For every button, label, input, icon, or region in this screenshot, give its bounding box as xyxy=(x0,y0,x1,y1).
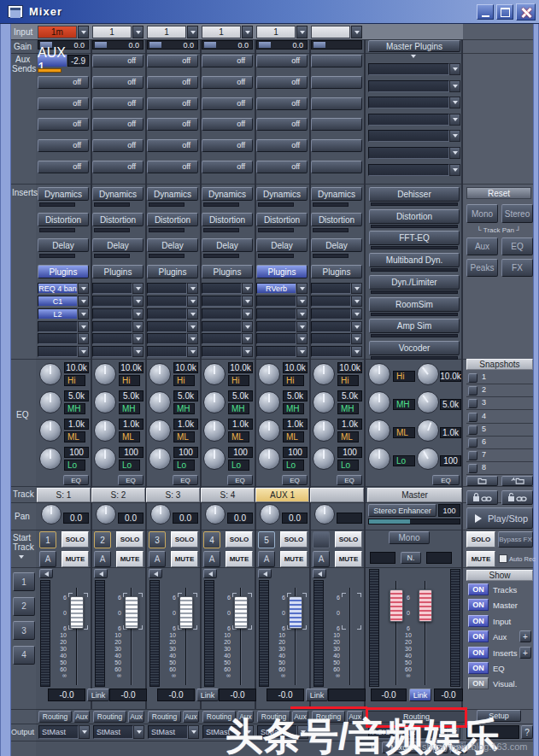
snapshot-load-button[interactable] xyxy=(466,476,498,486)
maximize-button[interactable] xyxy=(496,4,513,20)
eq-knob[interactable] xyxy=(39,391,62,413)
fx-delay-button[interactable]: Delay xyxy=(147,238,198,252)
eq-knob[interactable] xyxy=(258,419,280,442)
fx-distortion-button[interactable]: Distortion xyxy=(38,213,89,226)
eq-freq-value[interactable]: 10.0k xyxy=(337,362,362,373)
minimize-button[interactable] xyxy=(477,4,494,20)
master-eq-freq-knob[interactable] xyxy=(417,363,439,385)
eq-freq-value[interactable]: 100 xyxy=(64,447,89,458)
right-scroll-strip[interactable] xyxy=(533,24,539,756)
snapshot-slot-button[interactable] xyxy=(468,464,477,473)
sidebar-track-button[interactable]: 3 xyxy=(13,621,35,640)
plugin-slot-select[interactable] xyxy=(38,333,78,344)
plugins-button[interactable]: Plugins xyxy=(92,265,144,278)
master-mono-button[interactable]: Mono xyxy=(389,531,430,544)
mute-button[interactable]: MUTE xyxy=(280,551,308,567)
aux-send-button[interactable] xyxy=(311,139,362,152)
plugin-slot-select[interactable] xyxy=(202,346,242,357)
eq-button[interactable]: EQ xyxy=(227,475,253,485)
stereo-enhancer-button[interactable]: Stereo Enhancer xyxy=(368,504,436,517)
plugin-slot-select[interactable] xyxy=(202,283,242,294)
plugin-slot-select[interactable] xyxy=(147,283,187,294)
eq-freq-value[interactable]: 1.0k xyxy=(337,419,362,430)
master-insert-ampsim[interactable]: Amp Sim xyxy=(369,319,460,333)
fader-track[interactable] xyxy=(349,588,351,685)
gain-value[interactable]: 0.0 xyxy=(292,41,303,50)
track-header-cell[interactable]: S: 3 xyxy=(146,488,200,502)
aux-send-button[interactable]: off xyxy=(256,118,308,131)
eq-freq-value[interactable]: 5.0k xyxy=(283,390,308,401)
aux-send-button[interactable]: off xyxy=(38,161,89,173)
plugin-slot-arrow[interactable] xyxy=(132,333,144,344)
plugin-slot-select[interactable] xyxy=(256,321,296,332)
aux-send-button[interactable]: off xyxy=(38,97,89,110)
plugin-slot-arrow[interactable] xyxy=(78,346,89,357)
title-bar[interactable]: Mixer xyxy=(0,0,539,24)
eq-knob[interactable] xyxy=(94,419,116,442)
aux-view-button[interactable]: Aux xyxy=(466,237,498,255)
solo-button[interactable]: SOLO xyxy=(116,531,144,548)
fx-dynamics-button[interactable]: Dynamics xyxy=(202,187,253,201)
plugin-slot-arrow[interactable] xyxy=(187,296,198,307)
eq-knob[interactable] xyxy=(149,419,171,442)
plugin-slot-select[interactable] xyxy=(92,296,132,307)
aux-send-button[interactable]: off xyxy=(38,76,89,89)
master-right-field[interactable] xyxy=(426,552,452,564)
gain-slider[interactable]: 0.0 xyxy=(147,40,198,50)
rec-arm-button[interactable]: A xyxy=(203,551,220,567)
plugin-slot-arrow[interactable] xyxy=(351,321,362,332)
master-eq-freq-value[interactable]: 5.0k xyxy=(440,399,461,410)
gain-slider[interactable]: 0.0 xyxy=(256,40,308,50)
aux-send-button[interactable] xyxy=(311,76,362,89)
eq-freq-value[interactable]: 100 xyxy=(173,447,198,458)
eq-freq-value[interactable]: 1.0k xyxy=(119,419,144,430)
sidebar-track-button[interactable]: 2 xyxy=(13,597,35,616)
master-eq-button[interactable]: EQ xyxy=(432,475,460,485)
plugin-slot-select[interactable] xyxy=(92,346,132,357)
plugin-slot-arrow[interactable] xyxy=(242,308,253,319)
eq-button[interactable]: EQ xyxy=(337,475,362,485)
peaks-button[interactable]: Peaks xyxy=(466,259,498,277)
snapshot-slot-button[interactable] xyxy=(468,413,477,422)
meter-collapse-button[interactable] xyxy=(258,569,272,578)
eq-knob[interactable] xyxy=(258,448,280,470)
mute-button[interactable]: MUTE xyxy=(171,551,198,567)
plugin-slot-arrow[interactable] xyxy=(78,308,89,319)
mute-button[interactable]: MUTE xyxy=(226,551,253,567)
aux-send-button[interactable]: off xyxy=(38,139,89,152)
eq-knob[interactable] xyxy=(203,391,226,413)
plugin-slot-arrow[interactable] xyxy=(187,346,198,357)
fader-value[interactable]: -0.0 xyxy=(109,689,147,701)
show-on-toggle-input[interactable]: ON xyxy=(468,615,489,627)
show-header[interactable]: Show xyxy=(466,570,533,581)
fx-delay-button[interactable]: Delay xyxy=(311,238,362,252)
track-header-cell[interactable]: AUX 1 xyxy=(255,488,309,502)
master-eq-freq-value[interactable]: 100 xyxy=(440,455,461,466)
pan-value[interactable]: 0.0 xyxy=(118,513,144,524)
gain-slider[interactable]: 0.0 xyxy=(202,40,253,50)
plugin-slot-select[interactable] xyxy=(311,321,351,332)
master-plugin-slot-arrow[interactable] xyxy=(449,97,460,108)
master-mute-button[interactable]: MUTE xyxy=(466,551,495,567)
eq-knob[interactable] xyxy=(313,448,335,470)
master-insert-dynlimiter[interactable]: Dyn./Limiter xyxy=(369,275,460,290)
plugin-slot-arrow[interactable] xyxy=(78,296,89,307)
sidebar-track-button[interactable]: 4 xyxy=(13,646,35,665)
eq-freq-value[interactable]: 5.0k xyxy=(64,390,89,401)
plugin-slot-select[interactable] xyxy=(38,346,78,357)
plugin-slot-select[interactable]: REQ 4 ban xyxy=(38,283,78,294)
fx-distortion-button[interactable]: Distortion xyxy=(147,213,198,226)
plugin-slot-select[interactable] xyxy=(92,333,132,344)
master-plugin-slot[interactable] xyxy=(368,80,449,92)
eq-knob[interactable] xyxy=(258,363,280,385)
master-plugin-slot-arrow[interactable] xyxy=(449,80,460,92)
plugins-button[interactable]: Plugins xyxy=(202,265,253,278)
show-on-toggle-inserts[interactable]: ON xyxy=(468,647,489,659)
plugin-slot-select[interactable] xyxy=(311,333,351,344)
master-eq-freq-knob[interactable] xyxy=(417,391,439,413)
fx-delay-button[interactable]: Delay xyxy=(92,238,144,252)
bypass-fx-button[interactable]: Bypass FX xyxy=(498,531,533,548)
master-plugin-slot[interactable] xyxy=(368,164,449,176)
pan-knob[interactable] xyxy=(314,504,335,525)
master-eq-freq-knob[interactable] xyxy=(417,419,439,442)
